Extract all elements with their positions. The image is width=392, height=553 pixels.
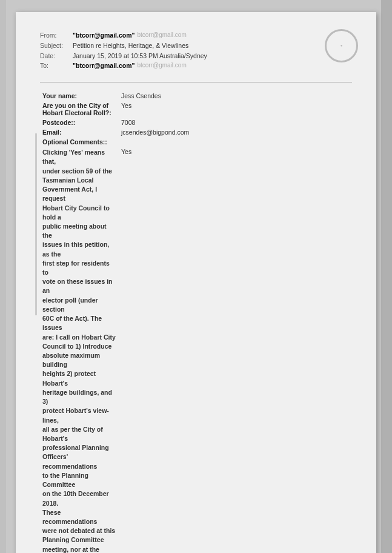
subject-label: Subject: <box>40 41 70 51</box>
clicking-long-text: Clicking 'Yes' means that, under section… <box>42 148 116 553</box>
electoral-label: Are you on the City of Hobart Electoral … <box>40 101 119 118</box>
to-row: To: "btcorr@gmail.com" btcorr@gmail.com <box>40 61 352 71</box>
to-bold: "btcorr@gmail.com" <box>73 61 135 71</box>
your-name-row: Your name: Jess Csendes <box>40 91 352 101</box>
from-faint: btcorr@gmail.com <box>137 30 186 41</box>
electoral-value: Yes <box>119 101 352 118</box>
sidebar-mark <box>35 133 37 315</box>
date-row: Date: January 15, 2019 at 10:53 PM Austr… <box>40 51 352 61</box>
date-value: January 15, 2019 at 10:53 PM Australia/S… <box>73 51 207 61</box>
postcode-value: 7008 <box>119 118 352 127</box>
clicking-value: Yes <box>119 147 352 553</box>
from-bold: "btcorr@gmail.com" <box>73 30 135 41</box>
clicking-label: Clicking 'Yes' means that, under section… <box>40 147 119 553</box>
electoral-row: Are you on the City of Hobart Electoral … <box>40 101 352 118</box>
from-label: From: <box>40 30 70 41</box>
date-label: Date: <box>40 51 70 61</box>
stamp-circle: ● <box>325 29 358 62</box>
subject-value: Petition re Heights, Heritage, & Viewlin… <box>73 41 188 51</box>
right-edge <box>381 0 392 553</box>
postcode-row: Postcode:: 7008 <box>40 118 352 127</box>
document-page: ● From: "btcorr@gmail.com" btcorr@gmail.… <box>16 12 376 553</box>
clicking-row: Clicking 'Yes' means that, under section… <box>40 147 352 553</box>
optional-label: Optional Comments:: <box>40 137 119 147</box>
to-faint: btcorr@gmail.com <box>137 61 186 71</box>
your-name-value: Jess Csendes <box>119 91 352 101</box>
email-value: jcsendes@bigpond.com <box>119 127 352 137</box>
to-label: To: <box>40 61 70 71</box>
content-table: Your name: Jess Csendes Are you on the C… <box>40 91 352 553</box>
email-row: Email: jcsendes@bigpond.com <box>40 127 352 137</box>
email-header: From: "btcorr@gmail.com" btcorr@gmail.co… <box>40 30 352 71</box>
stamp-text: ● <box>341 44 343 49</box>
header-divider <box>40 82 352 82</box>
optional-value <box>119 137 352 147</box>
from-row: From: "btcorr@gmail.com" btcorr@gmail.co… <box>40 30 352 41</box>
optional-row: Optional Comments:: <box>40 137 352 147</box>
subject-row: Subject: Petition re Heights, Heritage, … <box>40 41 352 51</box>
your-name-label: Your name: <box>40 91 119 101</box>
postcode-label: Postcode:: <box>40 118 119 127</box>
left-edge <box>0 0 6 553</box>
email-label: Email: <box>40 127 119 137</box>
